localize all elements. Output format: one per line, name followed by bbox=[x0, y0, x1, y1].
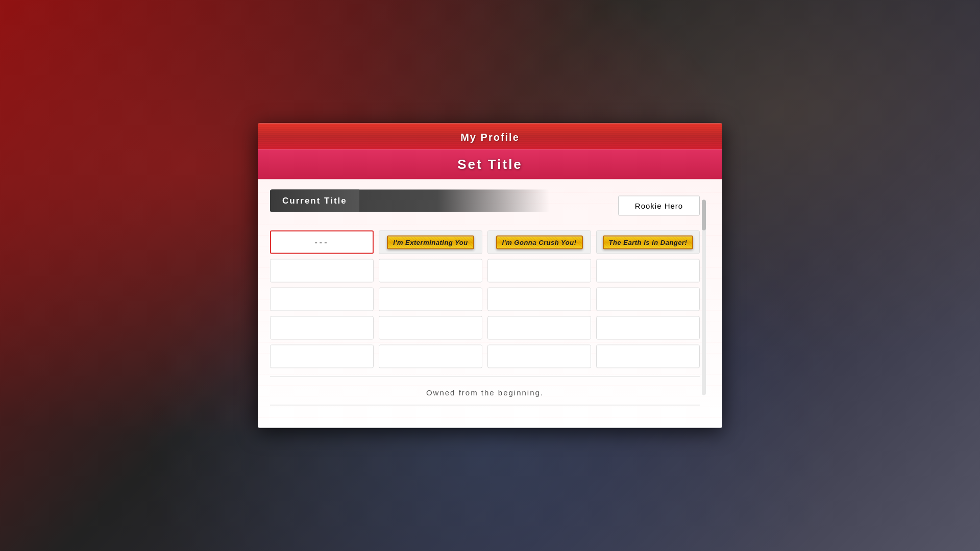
title-cell-15[interactable] bbox=[596, 316, 700, 340]
divider-top bbox=[270, 377, 700, 377]
title-cell-13[interactable] bbox=[379, 316, 482, 340]
title-cell-11[interactable] bbox=[596, 288, 700, 311]
title-badge-1: I'm Exterminating You bbox=[387, 235, 474, 249]
modal: My Profile Set Title Current Title Rooki… bbox=[258, 123, 722, 428]
title-cell-17[interactable] bbox=[379, 345, 482, 368]
divider-bottom bbox=[270, 405, 700, 406]
current-title-bar: Current Title bbox=[270, 190, 549, 212]
modal-subtitle-bar: Set Title bbox=[258, 149, 722, 180]
current-title-value: Rookie Hero bbox=[618, 195, 700, 215]
title-badge-2: I'm Gonna Crush You! bbox=[496, 235, 583, 249]
modal-body-inner: Current Title Rookie Hero --- I'm Exterm… bbox=[270, 190, 710, 406]
scrollbar-thumb[interactable] bbox=[702, 200, 706, 231]
modal-body: Current Title Rookie Hero --- I'm Exterm… bbox=[258, 180, 722, 428]
owned-text: Owned from the beginning. bbox=[270, 384, 700, 401]
title-cell-10[interactable] bbox=[487, 288, 591, 311]
title-cell-19[interactable] bbox=[596, 345, 700, 368]
current-title-label: Current Title bbox=[270, 190, 359, 212]
modal-title: My Profile bbox=[270, 132, 710, 143]
title-cell-7[interactable] bbox=[596, 259, 700, 283]
scrollbar-track[interactable] bbox=[702, 200, 706, 395]
title-cell-16[interactable] bbox=[270, 345, 374, 368]
title-cell-2[interactable]: I'm Gonna Crush You! bbox=[487, 231, 591, 254]
title-cell-8[interactable] bbox=[270, 288, 374, 311]
current-title-row: Current Title Rookie Hero bbox=[270, 190, 700, 221]
modal-subtitle: Set Title bbox=[270, 157, 710, 172]
title-badge-3: The Earth Is in Danger! bbox=[603, 235, 694, 249]
title-cell-1[interactable]: I'm Exterminating You bbox=[379, 231, 482, 254]
title-placeholder: --- bbox=[315, 238, 329, 247]
title-cell-18[interactable] bbox=[487, 345, 591, 368]
title-cell-14[interactable] bbox=[487, 316, 591, 340]
modal-container: My Profile Set Title Current Title Rooki… bbox=[258, 123, 722, 428]
title-cell-6[interactable] bbox=[487, 259, 591, 283]
title-cell-12[interactable] bbox=[270, 316, 374, 340]
title-grid: --- I'm Exterminating You I'm Gonna Crus… bbox=[270, 231, 700, 368]
title-cell-9[interactable] bbox=[379, 288, 482, 311]
modal-header: My Profile bbox=[258, 123, 722, 149]
title-cell-0[interactable]: --- bbox=[270, 231, 374, 254]
title-cell-3[interactable]: The Earth Is in Danger! bbox=[596, 231, 700, 254]
title-cell-4[interactable] bbox=[270, 259, 374, 283]
title-cell-5[interactable] bbox=[379, 259, 482, 283]
